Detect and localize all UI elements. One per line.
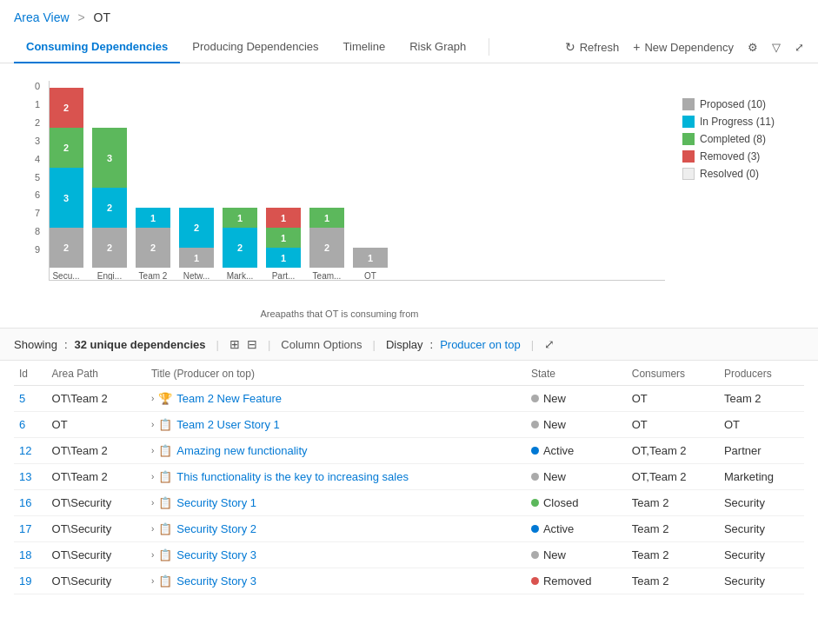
row-consumers-0: OT [627, 386, 719, 412]
bar-segment-4-1: 2 [223, 228, 257, 268]
row-consumers-6: Team 2 [627, 542, 719, 568]
row-id-4[interactable]: 16 [19, 496, 31, 509]
legend-item-3: Removed (3) [682, 150, 804, 163]
expand-button[interactable]: ⤢ [795, 41, 804, 54]
bar-stack-4: 21 [223, 208, 257, 268]
expand-rows-icon[interactable]: ⊞ [229, 337, 240, 351]
row-title-text-3[interactable]: This functionality is the key to increas… [176, 470, 409, 483]
bar-stack-1: 223 [92, 128, 127, 268]
row-expand-6[interactable]: › [151, 550, 154, 560]
bar-stack-5: 111 [266, 208, 301, 268]
bar-col-7[interactable]: 1OT [353, 248, 388, 281]
tab-producing[interactable]: Producing Dependencies [180, 31, 330, 63]
tab-timeline[interactable]: Timeline [331, 31, 398, 63]
row-expand-2[interactable]: › [151, 446, 154, 455]
table-row: 12OT\Team 2›📋Amazing new functionalityAc… [14, 438, 804, 464]
bar-segment-7-0: 1 [353, 248, 388, 268]
row-title-text-0[interactable]: Team 2 New Feature [176, 392, 282, 405]
row-id-7[interactable]: 19 [19, 574, 31, 588]
tab-risk[interactable]: Risk Graph [397, 31, 478, 63]
row-expand-4[interactable]: › [151, 498, 154, 508]
row-producers-2: Partner [719, 438, 804, 464]
state-dot-7 [531, 577, 539, 585]
chart-legend: Proposed (10)In Progress (11)Completed (… [682, 81, 804, 319]
state-text-0: New [543, 392, 566, 405]
row-expand-7[interactable]: › [151, 576, 154, 586]
bar-segment-5-1: 1 [266, 248, 301, 268]
nav-actions: ↻ Refresh + New Dependency ⚙ ▽ ⤢ [565, 40, 804, 54]
row-id-0[interactable]: 5 [19, 392, 25, 405]
work-item-icon-3: 📋 [158, 470, 172, 483]
bar-col-2[interactable]: 21Team 2 [136, 208, 170, 281]
filter-button[interactable]: ▽ [772, 41, 781, 54]
bar-segment-5-3: 1 [266, 208, 301, 228]
state-text-3: New [543, 470, 566, 483]
row-id-2[interactable]: 12 [19, 444, 31, 457]
bar-col-0[interactable]: 2322Secu... [49, 88, 83, 281]
state-dot-2 [531, 447, 539, 455]
row-title-text-2[interactable]: Amazing new functionality [176, 444, 307, 457]
row-area-1: OT [47, 412, 146, 438]
row-id-5[interactable]: 17 [19, 522, 31, 535]
nav-tabs: Consuming Dependencies Producing Depende… [0, 31, 818, 63]
table-header: Id Area Path Title (Producer on top) Sta… [14, 361, 804, 386]
settings-button[interactable]: ⚙ [748, 41, 758, 54]
y-tick-1: 1 [14, 99, 40, 110]
row-id-3[interactable]: 13 [19, 470, 31, 483]
state-dot-4 [531, 499, 539, 507]
breadcrumb-parent[interactable]: Area View [14, 10, 70, 24]
row-title-text-7[interactable]: Security Story 3 [176, 574, 256, 588]
row-title-text-4[interactable]: Security Story 1 [176, 496, 256, 509]
refresh-label: Refresh [580, 41, 620, 54]
row-expand-1[interactable]: › [151, 420, 154, 429]
row-expand-3[interactable]: › [151, 472, 154, 481]
row-expand-0[interactable]: › [151, 394, 154, 403]
legend-color-1 [682, 116, 695, 128]
gear-icon: ⚙ [748, 41, 758, 54]
bar-stack-3: 12 [179, 208, 214, 268]
bar-col-3[interactable]: 12Netw... [179, 208, 214, 281]
legend-item-0: Proposed (10) [682, 98, 804, 110]
col-state: State [526, 361, 627, 386]
state-dot-1 [531, 421, 539, 428]
bar-col-1[interactable]: 223Engi... [92, 128, 127, 281]
fullscreen-icon[interactable]: ⤢ [544, 337, 555, 351]
y-tick-3: 3 [14, 136, 40, 146]
row-area-6: OT\Security [47, 542, 146, 568]
table-row: 5OT\Team 2›🏆Team 2 New FeatureNewOTTeam … [14, 386, 804, 412]
dependency-table: Id Area Path Title (Producer on top) Sta… [14, 361, 804, 594]
row-title-text-6[interactable]: Security Story 3 [176, 548, 256, 561]
row-id-6[interactable]: 18 [19, 548, 31, 561]
row-producers-3: Marketing [719, 464, 804, 490]
chart-wrap: 9 8 7 6 5 4 3 2 1 0 2322Secu...223Engi..… [14, 81, 665, 307]
bar-col-6[interactable]: 21Team... [309, 208, 344, 281]
table-section: Id Area Path Title (Producer on top) Sta… [0, 361, 818, 594]
tab-consuming[interactable]: Consuming Dependencies [14, 31, 180, 63]
y-tick-8: 8 [14, 226, 40, 236]
new-dependency-button[interactable]: + New Dependency [633, 40, 734, 54]
display-value[interactable]: Producer on top [440, 338, 521, 351]
y-tick-7: 7 [14, 208, 40, 218]
state-text-5: Active [543, 522, 574, 535]
row-area-2: OT\Team 2 [47, 438, 146, 464]
work-item-icon-5: 📋 [158, 522, 172, 535]
legend-item-4: Resolved (0) [682, 168, 804, 180]
row-title-text-5[interactable]: Security Story 2 [176, 522, 256, 535]
row-consumers-2: OT,Team 2 [627, 438, 719, 464]
state-dot-3 [531, 473, 539, 481]
showing-label: Showing [14, 338, 57, 351]
row-title-text-1[interactable]: Team 2 User Story 1 [176, 418, 280, 431]
legend-label-3: Removed (3) [700, 150, 760, 163]
refresh-button[interactable]: ↻ Refresh [565, 40, 620, 54]
column-options-button[interactable]: Column Options [281, 338, 362, 351]
row-expand-5[interactable]: › [151, 524, 154, 534]
bar-col-5[interactable]: 111Part... [266, 208, 301, 281]
collapse-rows-icon[interactable]: ⊟ [247, 337, 257, 351]
breadcrumb-separator: > [77, 10, 84, 24]
col-producers: Producers [719, 361, 804, 386]
bar-col-4[interactable]: 21Mark... [223, 208, 257, 281]
breadcrumb: Area View > OT [14, 10, 804, 24]
row-id-1[interactable]: 6 [19, 418, 25, 431]
pipe-3: | [373, 338, 376, 351]
pipe-1: | [216, 338, 219, 351]
